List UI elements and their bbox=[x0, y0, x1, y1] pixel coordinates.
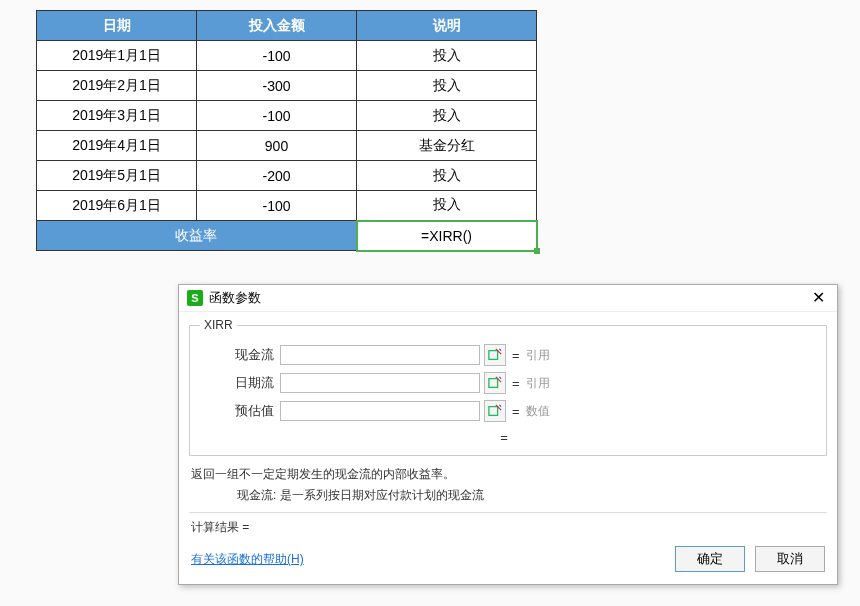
cell-date[interactable]: 2019年6月1日 bbox=[37, 191, 197, 221]
cell-date[interactable]: 2019年4月1日 bbox=[37, 131, 197, 161]
return-rate-label: 收益率 bbox=[37, 221, 357, 251]
cell-amount[interactable]: -100 bbox=[197, 191, 357, 221]
result-equals: = bbox=[200, 430, 808, 445]
dialog-title-bar[interactable]: S 函数参数 ✕ bbox=[179, 285, 837, 312]
param-input-guess[interactable] bbox=[280, 401, 480, 421]
cell-desc[interactable]: 投入 bbox=[357, 161, 537, 191]
cancel-button[interactable]: 取消 bbox=[755, 546, 825, 572]
cell-desc[interactable]: 投入 bbox=[357, 101, 537, 131]
col-header-date: 日期 bbox=[37, 11, 197, 41]
cell-amount[interactable]: -100 bbox=[197, 101, 357, 131]
cell-amount[interactable]: -200 bbox=[197, 161, 357, 191]
svg-rect-1 bbox=[489, 379, 498, 388]
cell-amount[interactable]: -300 bbox=[197, 71, 357, 101]
range-picker-icon[interactable] bbox=[484, 372, 506, 394]
function-group: XIRR 现金流 = 引用 日期流 = 引用 预估值 bbox=[189, 318, 827, 456]
cell-date[interactable]: 2019年1月1日 bbox=[37, 41, 197, 71]
close-icon[interactable]: ✕ bbox=[808, 290, 829, 306]
dialog-title: 函数参数 bbox=[209, 289, 261, 307]
help-link[interactable]: 有关该函数的帮助(H) bbox=[191, 551, 304, 568]
table-row[interactable]: 2019年6月1日 -100 投入 bbox=[37, 191, 537, 221]
param-input-cashflow[interactable] bbox=[280, 345, 480, 365]
cell-date[interactable]: 2019年5月1日 bbox=[37, 161, 197, 191]
table-row[interactable]: 2019年4月1日 900 基金分红 bbox=[37, 131, 537, 161]
param-label: 预估值 bbox=[200, 402, 280, 420]
param-row-guess: 预估值 = 数值 bbox=[200, 398, 808, 424]
formula-cell[interactable]: =XIRR() bbox=[357, 221, 537, 251]
function-arguments-dialog: S 函数参数 ✕ XIRR 现金流 = 引用 日期流 = bbox=[178, 284, 838, 585]
param-hint: 数值 bbox=[526, 403, 550, 420]
svg-rect-0 bbox=[489, 351, 498, 360]
table-row[interactable]: 2019年2月1日 -300 投入 bbox=[37, 71, 537, 101]
divider bbox=[189, 512, 827, 513]
param-label: 现金流 bbox=[200, 346, 280, 364]
cell-amount[interactable]: -100 bbox=[197, 41, 357, 71]
range-picker-icon[interactable] bbox=[484, 344, 506, 366]
function-description: 返回一组不一定定期发生的现金流的内部收益率。 bbox=[191, 466, 825, 483]
cell-date[interactable]: 2019年2月1日 bbox=[37, 71, 197, 101]
calc-result-label: 计算结果 = bbox=[191, 519, 825, 536]
col-header-desc: 说明 bbox=[357, 11, 537, 41]
cell-amount[interactable]: 900 bbox=[197, 131, 357, 161]
param-label: 日期流 bbox=[200, 374, 280, 392]
equals-sign: = bbox=[512, 404, 520, 419]
param-input-dates[interactable] bbox=[280, 373, 480, 393]
col-header-amount: 投入金额 bbox=[197, 11, 357, 41]
param-hint: 引用 bbox=[526, 375, 550, 392]
table-row[interactable]: 2019年1月1日 -100 投入 bbox=[37, 41, 537, 71]
cell-desc[interactable]: 基金分红 bbox=[357, 131, 537, 161]
table-row[interactable]: 2019年5月1日 -200 投入 bbox=[37, 161, 537, 191]
cell-desc[interactable]: 投入 bbox=[357, 191, 537, 221]
cell-desc[interactable]: 投入 bbox=[357, 41, 537, 71]
equals-sign: = bbox=[512, 376, 520, 391]
function-name-label: XIRR bbox=[200, 318, 237, 332]
param-row-dates: 日期流 = 引用 bbox=[200, 370, 808, 396]
table-row[interactable]: 2019年3月1日 -100 投入 bbox=[37, 101, 537, 131]
svg-rect-2 bbox=[489, 407, 498, 416]
equals-sign: = bbox=[512, 348, 520, 363]
range-picker-icon[interactable] bbox=[484, 400, 506, 422]
param-row-cashflow: 现金流 = 引用 bbox=[200, 342, 808, 368]
cell-desc[interactable]: 投入 bbox=[357, 71, 537, 101]
table-row-return[interactable]: 收益率 =XIRR() bbox=[37, 221, 537, 251]
app-icon: S bbox=[187, 290, 203, 306]
cashflow-table: 日期 投入金额 说明 2019年1月1日 -100 投入 2019年2月1日 -… bbox=[36, 10, 538, 252]
cell-date[interactable]: 2019年3月1日 bbox=[37, 101, 197, 131]
param-hint: 引用 bbox=[526, 347, 550, 364]
argument-description: 现金流: 是一系列按日期对应付款计划的现金流 bbox=[237, 487, 825, 504]
ok-button[interactable]: 确定 bbox=[675, 546, 745, 572]
